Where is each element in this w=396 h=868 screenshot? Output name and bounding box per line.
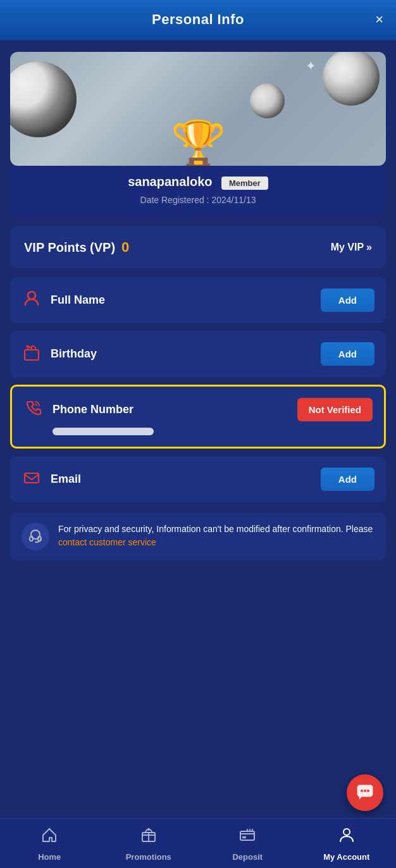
nav-item-deposit[interactable]: Deposit <box>198 819 297 868</box>
close-button[interactable]: × <box>375 13 383 27</box>
chat-fab-button[interactable] <box>347 774 383 811</box>
notice-contact-link[interactable]: contact customer service <box>58 537 156 547</box>
nav-item-my-account[interactable]: My Account <box>297 819 397 868</box>
home-icon <box>40 826 58 848</box>
page-title: Personal Info <box>152 11 244 28</box>
svg-rect-2 <box>25 473 39 483</box>
nav-label-my-account: My Account <box>323 852 369 862</box>
my-account-icon <box>338 826 356 848</box>
full-name-label: Full Name <box>51 294 105 307</box>
birthday-add-button[interactable]: Add <box>321 342 374 366</box>
vip-label: VIP Points (VP) <box>24 240 115 255</box>
fields-section: Full Name Add Birthday Add <box>10 277 386 507</box>
logo-mark: ✦ <box>306 58 316 73</box>
my-vip-label: My VIP <box>331 242 364 253</box>
field-left-phone: Phone Number <box>23 399 133 421</box>
bottom-nav: Home Promotions Deposit <box>0 818 396 868</box>
nav-item-promotions[interactable]: Promotions <box>99 819 199 868</box>
header: Personal Info × <box>0 0 396 40</box>
nav-label-home: Home <box>38 852 61 862</box>
phone-input-placeholder <box>53 428 154 435</box>
my-vip-link[interactable]: My VIP » <box>331 242 372 253</box>
full-name-field: Full Name Add <box>10 277 386 323</box>
phone-icon <box>23 399 44 421</box>
svg-point-0 <box>28 292 35 299</box>
vip-points-left: VIP Points (VP) 0 <box>24 239 129 256</box>
headset-icon <box>22 523 49 550</box>
chevron-right-icon: » <box>366 242 372 253</box>
nav-label-deposit: Deposit <box>232 852 263 862</box>
svg-point-8 <box>361 790 363 792</box>
username: sanapanaloko <box>128 175 212 189</box>
notice-section: For privacy and security, Information ca… <box>10 512 386 561</box>
deposit-icon <box>238 826 256 848</box>
nav-label-promotions: Promotions <box>126 852 171 862</box>
promotions-icon <box>140 826 158 848</box>
phone-number-field: Phone Number Not Verified <box>10 385 386 449</box>
svg-point-15 <box>343 829 350 835</box>
svg-rect-1 <box>25 350 39 360</box>
email-icon <box>22 469 42 490</box>
profile-banner: ✦ 🏆 <box>10 52 386 166</box>
trophy-icon: 🏆 <box>171 121 226 166</box>
birthday-label: Birthday <box>51 347 97 361</box>
notice-text: For privacy and security, Information ca… <box>58 523 374 549</box>
email-add-button[interactable]: Add <box>321 468 374 491</box>
svg-rect-14 <box>242 836 246 838</box>
birthday-icon <box>22 344 42 365</box>
svg-point-10 <box>367 790 369 792</box>
svg-point-12 <box>147 828 150 831</box>
full-name-add-button[interactable]: Add <box>321 288 374 312</box>
registration-date: Date Registered : 2024/11/13 <box>20 195 376 205</box>
person-icon <box>22 290 42 311</box>
soccer-ball-middle <box>250 84 285 118</box>
phone-field-top: Phone Number Not Verified <box>23 398 373 421</box>
phone-number-label: Phone Number <box>53 403 133 416</box>
email-field: Email Add <box>10 456 386 502</box>
field-left-birthday: Birthday <box>22 344 97 365</box>
member-badge: Member <box>221 177 268 190</box>
nav-item-home[interactable]: Home <box>0 819 99 868</box>
svg-point-9 <box>364 790 366 792</box>
notice-text-before: For privacy and security, Information ca… <box>58 524 373 534</box>
email-label: Email <box>51 473 81 486</box>
svg-rect-13 <box>240 831 254 840</box>
birthday-field: Birthday Add <box>10 331 386 377</box>
user-info: sanapanaloko Member Date Registered : 20… <box>10 166 386 218</box>
not-verified-button[interactable]: Not Verified <box>297 398 373 421</box>
field-left-email: Email <box>22 469 81 490</box>
field-left-fullname: Full Name <box>22 290 105 311</box>
vip-points-value: 0 <box>121 239 129 256</box>
vip-section: VIP Points (VP) 0 My VIP » <box>10 226 386 268</box>
